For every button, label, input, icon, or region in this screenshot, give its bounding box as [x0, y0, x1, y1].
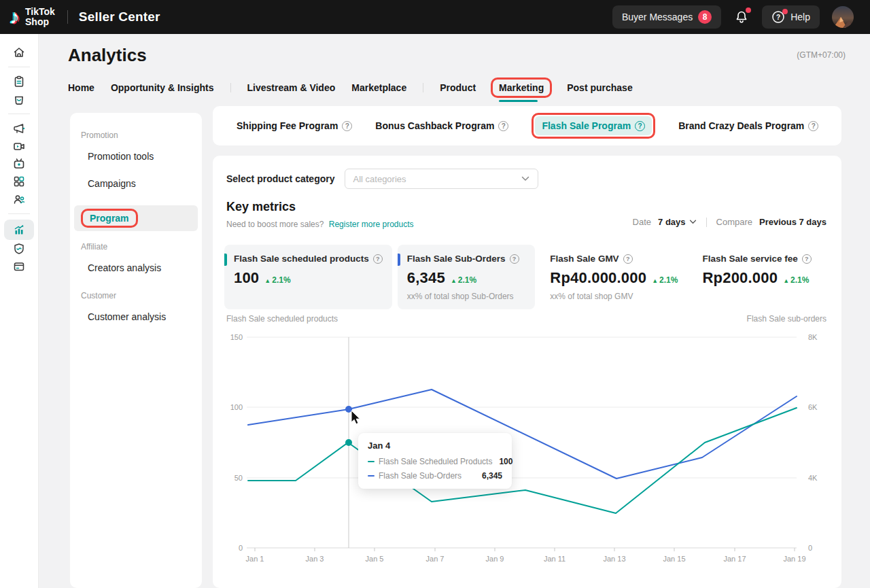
sidebar-item-promotion-tools[interactable]: Promotion tools	[70, 151, 202, 162]
analytics-chart-icon	[12, 223, 26, 237]
program-brand-crazy-deals[interactable]: Brand Crazy Deals Program ?	[678, 120, 818, 131]
help-icon[interactable]: ?	[342, 121, 352, 131]
rail-orders[interactable]	[4, 73, 34, 90]
sidebar-section-customer: Customer	[70, 291, 202, 300]
metric-delta: 2.1%	[458, 275, 476, 285]
metric-title: Flash Sale GMV	[550, 254, 619, 264]
program-brand-crazy-deals-label: Brand Crazy Deals Program	[678, 120, 804, 131]
metric-delta: 2.1%	[272, 275, 290, 285]
x-label: Jan 5	[366, 555, 384, 563]
compare-value[interactable]: Previous 7 days	[759, 217, 826, 227]
date-range-value: 7 days	[658, 217, 685, 227]
video-camera-icon	[12, 139, 26, 153]
tab-divider	[423, 83, 423, 92]
rail-marketing[interactable]	[4, 120, 34, 137]
home-icon	[12, 46, 26, 59]
user-avatar[interactable]	[832, 6, 854, 28]
rail-apps[interactable]	[4, 173, 34, 190]
program-flash-sale-label: Flash Sale Program	[542, 120, 631, 131]
page-title: Analytics	[68, 45, 147, 66]
tab-marketplace[interactable]: Marketplace	[351, 82, 406, 93]
analytics-sidebar: Promotion Promotion tools Campaigns Prog…	[70, 113, 202, 588]
tooltip-label: Flash Sale Sub-Orders	[379, 471, 462, 481]
scheduled-products-line[interactable]	[248, 408, 797, 513]
metric-value: Rp40.000.000	[550, 269, 646, 287]
tab-marketing-active[interactable]: Marketing	[491, 77, 552, 98]
right-tick: 0	[808, 544, 812, 552]
blue-accent-bar	[398, 254, 400, 266]
left-tick: 150	[230, 333, 243, 341]
buyer-messages-button[interactable]: Buyer Messages 8	[612, 5, 721, 29]
rail-live[interactable]	[4, 155, 34, 173]
boost-sales-text: Need to boost more sales?	[226, 220, 324, 229]
rail-finance[interactable]	[4, 258, 34, 275]
rail-analytics-active[interactable]	[4, 220, 34, 240]
compare-label: Compare	[716, 217, 752, 227]
metric-card-service-fee[interactable]: Flash Sale service fee ? Rp200.000 ▲2.1%	[693, 245, 831, 309]
chevron-down-icon	[521, 176, 529, 181]
metric-note: xx% of total shop GMV	[550, 292, 678, 301]
program-bonus-cashback[interactable]: Bonus Cashback Program ?	[375, 120, 508, 131]
help-notification-dot	[782, 9, 788, 14]
x-label: Jan 19	[783, 555, 805, 563]
sidebar-section-affiliate: Affiliate	[70, 242, 202, 252]
category-dropdown[interactable]: All categories	[345, 169, 538, 189]
sub-orders-line[interactable]	[248, 390, 797, 479]
x-label: Jan 1	[246, 555, 264, 563]
teal-dash-icon	[368, 461, 375, 463]
rail-home[interactable]	[4, 44, 34, 61]
metric-title: Flash Sale Sub-Orders	[407, 254, 506, 264]
metric-card-scheduled-products[interactable]: Flash Sale scheduled products ? 100 ▲2.1…	[224, 245, 392, 309]
help-button[interactable]: ? Help	[762, 5, 820, 29]
x-label: Jan 11	[544, 555, 566, 563]
notifications-button[interactable]	[733, 9, 750, 25]
tiktok-shop-logo[interactable]: ♪ TikTok Shop	[0, 7, 55, 27]
date-range-selector[interactable]: 7 days	[658, 217, 696, 227]
help-icon[interactable]: ?	[498, 121, 508, 131]
tab-home[interactable]: Home	[68, 82, 94, 93]
tab-livestream-video[interactable]: Livestream & Video	[247, 82, 336, 93]
tab-marketing-label: Marketing	[499, 82, 544, 93]
metric-card-sub-orders[interactable]: Flash Sale Sub-Orders ? 6,345 ▲2.1% xx% …	[398, 245, 536, 309]
icon-rail	[0, 34, 39, 588]
rail-products[interactable]	[4, 90, 34, 108]
rail-divider	[8, 114, 30, 114]
tab-post-purchase[interactable]: Post purchase	[567, 82, 632, 93]
top-bar: ♪ TikTok Shop Seller Center Buyer Messag…	[0, 0, 870, 34]
brand-line1: TikTok	[25, 7, 55, 17]
rail-video[interactable]	[4, 137, 34, 155]
rail-security[interactable]	[4, 240, 34, 258]
metric-title: Flash Sale scheduled products	[234, 254, 369, 264]
notification-dot	[746, 7, 751, 13]
x-label: Jan 17	[723, 555, 746, 563]
program-flash-sale-active[interactable]: Flash Sale Program ?	[535, 116, 652, 135]
left-axis-title: Flash Sale scheduled products	[226, 314, 338, 324]
tooltip-row-scheduled: Flash Sale Scheduled Products 100	[368, 457, 502, 466]
sidebar-item-program-active[interactable]: Program	[74, 205, 198, 231]
help-icon[interactable]: ?	[635, 121, 645, 131]
header-divider	[67, 10, 68, 24]
finance-card-icon	[12, 260, 26, 273]
flash-sale-line-chart[interactable]: Flash Sale scheduled products Flash Sale…	[213, 309, 841, 568]
sidebar-item-campaigns[interactable]: Campaigns	[70, 178, 202, 189]
annotation-box-program[interactable]: Program	[81, 209, 138, 228]
program-shipping-fee[interactable]: Shipping Fee Program ?	[237, 120, 352, 131]
help-icon[interactable]: ?	[808, 121, 818, 131]
annotation-box-flash-sale: Flash Sale Program ?	[532, 113, 655, 139]
metric-card-gmv[interactable]: Flash Sale GMV ? Rp40.000.000 ▲2.1% xx% …	[540, 245, 687, 309]
left-tick: 100	[230, 403, 243, 411]
tab-product[interactable]: Product	[440, 82, 476, 93]
brand-line2: Shop	[25, 17, 55, 27]
mountain-photo	[832, 16, 854, 28]
sidebar-item-creators-analysis[interactable]: Creators analysis	[70, 262, 202, 273]
help-icon[interactable]: ?	[623, 254, 633, 264]
help-icon[interactable]: ?	[510, 254, 519, 264]
tab-opportunity-insights[interactable]: Opportunity & Insights	[111, 82, 214, 93]
sidebar-item-customer-analysis[interactable]: Customer analysis	[70, 311, 202, 322]
rail-affiliate[interactable]	[4, 190, 34, 208]
help-icon[interactable]: ?	[802, 254, 812, 264]
help-icon[interactable]: ?	[373, 254, 383, 264]
tiktok-note-icon: ♪	[10, 7, 20, 27]
scheduled-products-point-jan4[interactable]	[345, 439, 352, 446]
register-products-link[interactable]: Register more products	[329, 220, 414, 229]
